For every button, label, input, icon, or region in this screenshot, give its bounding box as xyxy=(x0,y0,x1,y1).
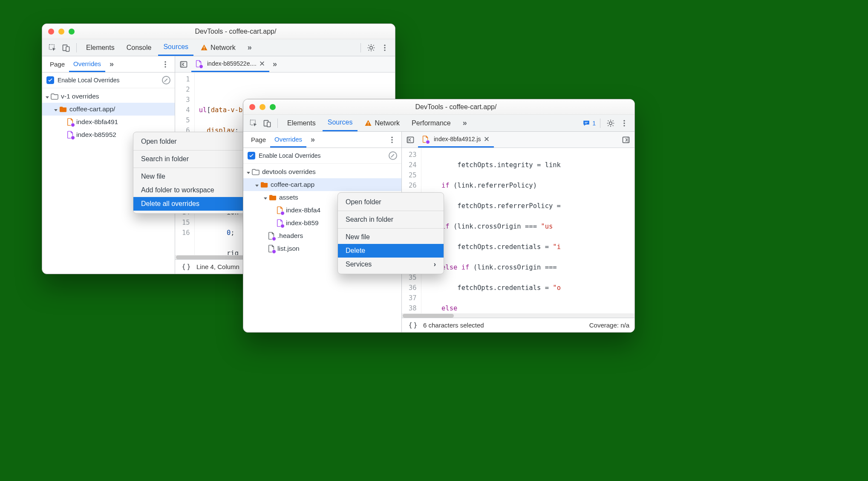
warning-icon xyxy=(364,119,372,127)
chevron-right-icon: › xyxy=(434,261,436,268)
clear-icon[interactable] xyxy=(389,151,397,160)
traffic-lights xyxy=(249,104,276,110)
close-window-icon[interactable] xyxy=(48,29,54,35)
kebab-menu-icon[interactable] xyxy=(159,58,171,70)
cursor-position: Line 4, Column xyxy=(196,263,239,270)
enable-overrides-label: Enable Local Overrides xyxy=(58,77,120,84)
chevron-double-icon xyxy=(248,43,252,52)
tree-folder-root[interactable]: devtools overrides xyxy=(243,165,401,178)
enable-overrides-checkbox[interactable] xyxy=(248,152,255,159)
warning-icon xyxy=(200,44,208,52)
titlebar: DevTools - coffee-cart.app/ xyxy=(243,99,634,115)
subtab-page[interactable]: Page xyxy=(46,56,69,72)
toggle-nav-icon[interactable] xyxy=(404,134,416,146)
chevron-double-icon xyxy=(110,60,114,69)
tree-folder-domain[interactable]: coffee-cart.app xyxy=(243,178,401,191)
chevron-double-icon xyxy=(273,60,277,69)
enable-overrides-checkbox[interactable] xyxy=(46,76,54,84)
minimize-window-icon[interactable] xyxy=(58,29,64,35)
pretty-print-icon[interactable] xyxy=(407,319,419,331)
ctx-add-folder-workspace[interactable]: Add folder to workspace xyxy=(133,183,253,197)
subtab-page[interactable]: Page xyxy=(247,132,270,148)
kebab-menu-icon[interactable] xyxy=(386,134,398,146)
ctx-search-in-folder[interactable]: Search in folder xyxy=(338,213,444,226)
ctx-new-file[interactable]: New file xyxy=(133,170,253,183)
main-tabs: Elements Sources Network Performance 1 xyxy=(243,115,634,132)
inspect-icon[interactable] xyxy=(46,42,58,54)
toggle-nav-icon[interactable] xyxy=(178,58,190,70)
tree-folder-domain[interactable]: coffee-cart.app/ xyxy=(42,103,175,116)
ctx-open-folder[interactable]: Open folder xyxy=(338,195,444,209)
selection-info: 6 characters selected xyxy=(423,322,484,329)
enable-overrides-label: Enable Local Overrides xyxy=(259,152,321,159)
h-scrollbar[interactable] xyxy=(402,313,634,318)
subtab-overrides[interactable]: Overrides xyxy=(270,132,306,148)
zoom-window-icon[interactable] xyxy=(270,104,276,110)
tab-network[interactable]: Network xyxy=(195,39,241,56)
ctx-delete-all-overrides[interactable]: Delete all overrides xyxy=(133,197,253,211)
close-tab-icon[interactable] xyxy=(259,61,265,67)
code-content[interactable]: fetchOpts.integrity = link if (link.refe… xyxy=(421,148,634,313)
editor-statusbar: 6 characters selected Coverage: n/a xyxy=(402,318,634,332)
chevron-double-icon xyxy=(463,119,467,127)
subtabs-overflow[interactable] xyxy=(306,132,319,148)
traffic-lights xyxy=(48,29,75,35)
sidebar-subtabs: Page Overrides xyxy=(42,56,175,72)
ctx-search-in-folder[interactable]: Search in folder xyxy=(133,152,253,166)
tab-console[interactable]: Console xyxy=(121,39,157,56)
close-tab-icon[interactable] xyxy=(484,136,490,142)
window-title: DevTools - coffee-cart.app/ xyxy=(283,103,629,111)
coverage-info: Coverage: n/a xyxy=(589,322,629,329)
editor-tabs-overflow[interactable] xyxy=(271,56,279,72)
ctx-services[interactable]: Services› xyxy=(338,258,444,271)
tree-file[interactable]: index-8bfa491 xyxy=(42,116,175,128)
subtabs-overflow[interactable] xyxy=(105,56,118,72)
ctx-open-folder[interactable]: Open folder xyxy=(133,135,253,148)
editor-tab[interactable]: index-b859522e.... xyxy=(191,56,269,72)
device-toolbar-icon[interactable] xyxy=(60,42,72,54)
tab-sources[interactable]: Sources xyxy=(323,115,358,131)
pretty-print-icon[interactable] xyxy=(180,261,192,273)
tab-performance[interactable]: Performance xyxy=(407,115,456,131)
kebab-menu-icon[interactable] xyxy=(618,117,630,129)
context-menu: Open folder Search in folder New file De… xyxy=(337,192,444,274)
inspect-icon[interactable] xyxy=(248,117,260,129)
ctx-delete[interactable]: Delete xyxy=(338,244,444,258)
tab-network[interactable]: Network xyxy=(359,115,405,131)
tabs-overflow[interactable] xyxy=(458,115,472,131)
subtab-overrides[interactable]: Overrides xyxy=(69,56,105,72)
devtools-window-2: DevTools - coffee-cart.app/ Elements Sou… xyxy=(243,99,635,333)
window-title: DevTools - coffee-cart.app/ xyxy=(82,28,389,35)
context-menu: Open folder Search in folder New file Ad… xyxy=(133,132,254,214)
tabs-overflow[interactable] xyxy=(242,39,257,56)
titlebar: DevTools - coffee-cart.app/ xyxy=(42,24,395,39)
editor-tab[interactable]: index-8bfa4912.js xyxy=(418,132,494,148)
toggle-debugger-icon[interactable] xyxy=(620,134,632,146)
tab-sources[interactable]: Sources xyxy=(158,39,193,56)
zoom-window-icon[interactable] xyxy=(69,29,75,35)
messages-badge[interactable]: 1 xyxy=(582,119,596,127)
tab-elements[interactable]: Elements xyxy=(81,39,120,56)
clear-icon[interactable] xyxy=(162,76,170,84)
ctx-new-file[interactable]: New file xyxy=(338,230,444,244)
tree-folder-root[interactable]: v-1 overrides xyxy=(42,90,175,103)
close-window-icon[interactable] xyxy=(249,104,255,110)
main-tabs: Elements Console Sources Network xyxy=(42,39,395,56)
settings-icon[interactable] xyxy=(365,42,377,54)
tab-elements[interactable]: Elements xyxy=(282,115,321,131)
device-toolbar-icon[interactable] xyxy=(261,117,273,129)
kebab-menu-icon[interactable] xyxy=(379,42,391,54)
minimize-window-icon[interactable] xyxy=(260,104,265,110)
settings-icon[interactable] xyxy=(605,117,617,129)
